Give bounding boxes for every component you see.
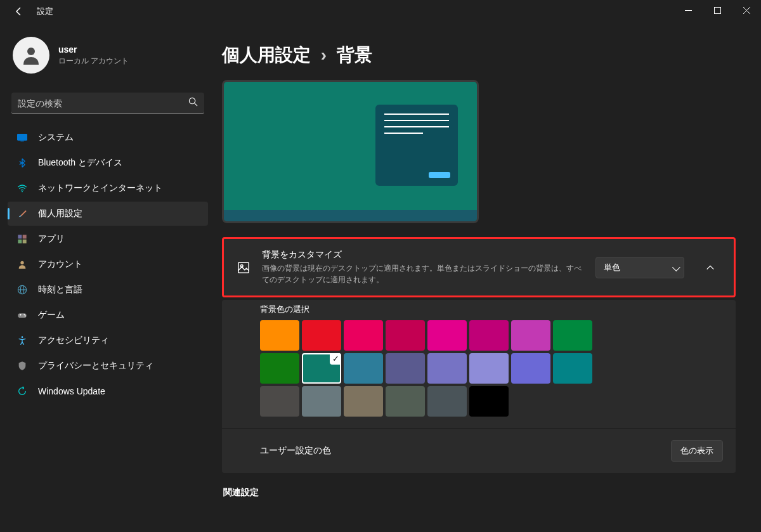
nav-label: 個人用設定 bbox=[38, 208, 82, 219]
update-icon bbox=[16, 386, 28, 397]
svg-point-18 bbox=[25, 315, 26, 316]
svg-rect-1 bbox=[714, 7, 720, 13]
shield-icon bbox=[16, 360, 28, 372]
color-swatch[interactable] bbox=[553, 320, 592, 351]
svg-point-12 bbox=[20, 261, 23, 264]
color-picker-card: 背景色の選択 ユーザー設定の色 色の表示 bbox=[222, 300, 736, 473]
search-box[interactable] bbox=[11, 93, 204, 114]
color-swatch[interactable] bbox=[469, 386, 509, 417]
color-swatch[interactable] bbox=[344, 320, 383, 351]
back-button[interactable] bbox=[13, 5, 25, 18]
custom-color-label: ユーザー設定の色 bbox=[260, 445, 331, 457]
nav-item-apps[interactable]: アプリ bbox=[8, 227, 208, 251]
color-swatch[interactable] bbox=[260, 320, 299, 351]
color-swatch[interactable] bbox=[386, 386, 425, 417]
color-swatch[interactable] bbox=[511, 320, 550, 351]
nav-label: アカウント bbox=[38, 259, 82, 270]
display-icon bbox=[16, 132, 28, 143]
desktop-preview bbox=[222, 80, 479, 223]
breadcrumb-current: 背景 bbox=[337, 45, 372, 65]
nav-item-globe[interactable]: 時刻と言語 bbox=[8, 278, 208, 302]
person-icon bbox=[16, 259, 28, 270]
nav-item-accessibility[interactable]: アクセシビリティ bbox=[8, 328, 208, 353]
svg-rect-9 bbox=[23, 235, 27, 238]
nav-list: システムBluetooth とデバイスネットワークとインターネット個人用設定アプ… bbox=[5, 126, 211, 403]
svg-rect-8 bbox=[18, 235, 22, 238]
color-swatch[interactable] bbox=[386, 353, 425, 384]
collapse-button[interactable] bbox=[699, 257, 721, 278]
nav-item-wifi[interactable]: ネットワークとインターネット bbox=[8, 176, 208, 200]
apps-icon bbox=[16, 233, 28, 245]
nav-item-update[interactable]: Windows Update bbox=[8, 379, 208, 403]
color-swatch[interactable] bbox=[260, 353, 299, 384]
minimize-button[interactable] bbox=[673, 0, 703, 20]
game-icon bbox=[16, 309, 28, 321]
nav-item-game[interactable]: ゲーム bbox=[8, 303, 208, 327]
nav-label: プライバシーとセキュリティ bbox=[38, 360, 153, 372]
image-icon bbox=[237, 261, 250, 275]
profile-username: user bbox=[58, 44, 129, 55]
nav-item-shield[interactable]: プライバシーとセキュリティ bbox=[8, 354, 208, 378]
bluetooth-icon bbox=[16, 157, 28, 169]
breadcrumb: 個人用設定 › 背景 bbox=[222, 23, 736, 80]
wifi-icon bbox=[16, 183, 28, 194]
nav-label: ネットワークとインターネット bbox=[38, 183, 162, 194]
profile-block[interactable]: user ローカル アカウント bbox=[5, 23, 211, 93]
color-swatch[interactable] bbox=[427, 353, 467, 384]
color-picker-label: 背景色の選択 bbox=[260, 304, 723, 315]
nav-label: Bluetooth とデバイス bbox=[38, 157, 122, 169]
color-swatch[interactable] bbox=[260, 386, 299, 417]
nav-label: アプリ bbox=[38, 233, 65, 245]
color-swatch[interactable] bbox=[553, 353, 592, 384]
color-swatch[interactable] bbox=[469, 353, 509, 384]
breadcrumb-parent[interactable]: 個人用設定 bbox=[222, 45, 311, 65]
nav-label: アクセシビリティ bbox=[38, 335, 109, 346]
app-title: 設定 bbox=[37, 6, 53, 17]
color-swatch[interactable] bbox=[344, 386, 383, 417]
svg-rect-20 bbox=[238, 262, 249, 273]
color-swatch[interactable] bbox=[427, 320, 467, 351]
nav-label: ゲーム bbox=[38, 309, 65, 321]
customize-background-card: 背景をカスタマイズ 画像の背景は現在のデスクトップに適用されます。単色またはスラ… bbox=[222, 237, 736, 297]
profile-account-type: ローカル アカウント bbox=[58, 56, 129, 67]
search-icon bbox=[188, 97, 198, 109]
background-type-dropdown[interactable]: 単色 bbox=[595, 257, 684, 278]
brush-icon bbox=[16, 208, 28, 219]
avatar bbox=[13, 37, 49, 74]
nav-label: 時刻と言語 bbox=[38, 284, 82, 295]
color-swatch[interactable] bbox=[302, 320, 341, 351]
main-content: 個人用設定 › 背景 背景をカスタマイズ 画像の背景は現在のデスクトップに適用さ… bbox=[216, 23, 761, 532]
accessibility-icon bbox=[16, 335, 28, 346]
svg-point-3 bbox=[189, 98, 195, 103]
nav-label: Windows Update bbox=[38, 386, 105, 396]
nav-item-person[interactable]: アカウント bbox=[8, 252, 208, 276]
show-color-button[interactable]: 色の表示 bbox=[671, 440, 723, 462]
svg-rect-5 bbox=[17, 134, 27, 141]
nav-item-bluetooth[interactable]: Bluetooth とデバイス bbox=[8, 151, 208, 175]
nav-label: システム bbox=[38, 132, 74, 143]
customize-title: 背景をカスタマイズ bbox=[262, 249, 584, 261]
svg-point-7 bbox=[22, 191, 23, 192]
color-swatch[interactable] bbox=[344, 353, 383, 384]
breadcrumb-separator: › bbox=[321, 45, 327, 65]
color-swatch[interactable] bbox=[511, 353, 550, 384]
color-swatch[interactable] bbox=[302, 353, 341, 384]
svg-point-17 bbox=[23, 314, 25, 315]
sidebar: user ローカル アカウント システムBluetooth とデバイスネットワー… bbox=[0, 23, 216, 532]
color-swatch[interactable] bbox=[386, 320, 425, 351]
globe-icon bbox=[16, 284, 28, 295]
color-swatch[interactable] bbox=[302, 386, 341, 417]
svg-point-19 bbox=[22, 336, 23, 338]
maximize-button[interactable] bbox=[703, 0, 732, 20]
close-button[interactable] bbox=[732, 0, 761, 20]
svg-rect-11 bbox=[23, 240, 27, 243]
nav-item-brush[interactable]: 個人用設定 bbox=[8, 202, 208, 226]
related-settings-title: 関連設定 bbox=[223, 487, 736, 498]
svg-rect-6 bbox=[20, 141, 23, 141]
search-input[interactable] bbox=[18, 98, 188, 108]
color-swatch[interactable] bbox=[469, 320, 509, 351]
color-swatch[interactable] bbox=[427, 386, 467, 417]
svg-rect-10 bbox=[18, 240, 22, 243]
nav-item-display[interactable]: システム bbox=[8, 126, 208, 150]
color-swatches-grid bbox=[260, 320, 723, 417]
